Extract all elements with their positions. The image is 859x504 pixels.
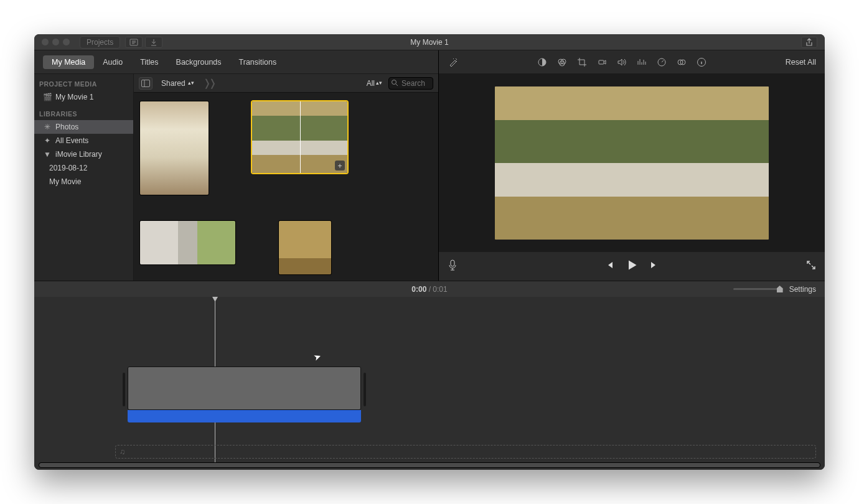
sidebar-item-label: All Events (55, 136, 88, 145)
media-thumbnail[interactable] (140, 221, 235, 264)
tab-titles[interactable]: Titles (131, 55, 167, 69)
share-button[interactable] (801, 37, 817, 48)
browser-body: PROJECT MEDIA 🎬 My Movie 1 LIBRARIES ✳︎ … (34, 74, 438, 281)
zoom-dot[interactable] (63, 39, 70, 45)
background-audio-lane[interactable]: ♫ (115, 445, 816, 459)
info-icon[interactable] (696, 57, 707, 68)
import-media-button[interactable] (125, 37, 143, 48)
source-dropdown[interactable]: Shared ▴▾ (157, 78, 198, 89)
clip-audio-lane[interactable] (128, 410, 361, 422)
clip-frame (303, 367, 360, 409)
media-browser: My Media Audio Titles Backgrounds Transi… (34, 50, 439, 281)
noise-reduction-icon[interactable] (636, 57, 647, 68)
toggle-sidebar-button[interactable] (139, 77, 153, 90)
prev-frame-button[interactable] (604, 260, 614, 273)
svg-rect-9 (599, 60, 604, 64)
tab-backgrounds[interactable]: Backgrounds (167, 55, 230, 69)
speed-icon[interactable] (656, 57, 667, 68)
svg-rect-1 (142, 80, 150, 86)
playback-bar (439, 252, 825, 281)
star-icon: ✦ (43, 136, 52, 145)
window-controls[interactable] (34, 39, 70, 45)
search-wrap (388, 77, 433, 90)
clip-filter-icon[interactable] (676, 57, 687, 68)
sidebar-item-event-date[interactable]: 2019-08-12 (34, 161, 133, 175)
updown-icon: ▴▾ (188, 81, 194, 85)
voiceover-button[interactable] (448, 259, 458, 274)
media-thumbnail-selected[interactable]: ＋ (252, 101, 347, 173)
browser-tabs: My Media Audio Titles Backgrounds Transi… (34, 50, 438, 74)
filter-label: All (367, 79, 375, 88)
sidebar-item-imovie-library[interactable]: ▼ iMovie Library (34, 147, 133, 161)
clip-trim-right[interactable] (364, 373, 366, 406)
add-to-timeline-button[interactable]: ＋ (335, 161, 345, 170)
tab-audio[interactable]: Audio (94, 55, 131, 69)
clip-frame (186, 367, 244, 409)
sidebar-item-project[interactable]: 🎬 My Movie 1 (34, 90, 133, 104)
timeline-header: 0:00 / 0:01 Settings (34, 281, 825, 297)
mouse-cursor: ➤ (312, 350, 323, 362)
play-button[interactable] (626, 259, 638, 274)
clip-frame (245, 367, 303, 409)
clip-trim-left[interactable] (123, 373, 125, 406)
window-title: My Movie 1 (410, 38, 448, 47)
svg-point-3 (392, 80, 397, 84)
media-thumbnail[interactable] (279, 221, 331, 274)
svg-line-4 (396, 84, 398, 86)
enhance-icon[interactable] (448, 57, 459, 68)
preview-frame (495, 86, 769, 240)
zoom-slider[interactable] (733, 288, 783, 290)
titlebar: Projects My Movie 1 (34, 34, 825, 50)
minimize-dot[interactable] (52, 39, 59, 45)
updown-icon: ▴▾ (376, 81, 382, 85)
settings-button[interactable]: Settings (789, 285, 816, 294)
timecode-total: 0:01 (433, 285, 447, 294)
download-button[interactable] (145, 37, 162, 48)
media-toolbar: Shared ▴▾ ❭ ❭ All ▴▾ (134, 74, 438, 93)
projects-button[interactable]: Projects (80, 36, 120, 49)
tab-transitions[interactable]: Transitions (230, 55, 286, 69)
sidebar-section-libraries: LIBRARIES (34, 104, 133, 120)
timecode-display: 0:00 / 0:01 (411, 285, 447, 294)
stabilization-icon[interactable] (596, 57, 608, 68)
sidebar-item-label: iMovie Library (55, 150, 102, 159)
toolbar-right: All ▴▾ (367, 77, 433, 90)
zoom-knob[interactable] (777, 286, 783, 292)
sidebar: PROJECT MEDIA 🎬 My Movie 1 LIBRARIES ✳︎ … (34, 74, 134, 281)
disclosure-triangle-icon[interactable]: ▼ (43, 150, 52, 159)
sidebar-item-label: My Movie (49, 177, 81, 186)
sidebar-item-my-movie[interactable]: My Movie (34, 175, 133, 189)
tab-my-media[interactable]: My Media (43, 55, 94, 69)
media-area: Shared ▴▾ ❭ ❭ All ▴▾ (134, 74, 438, 281)
sidebar-item-all-events[interactable]: ✦ All Events (34, 134, 133, 147)
sidebar-item-label: 2019-08-12 (49, 164, 87, 172)
filter-dropdown[interactable]: All ▴▾ (367, 79, 386, 88)
clapper-icon: 🎬 (43, 93, 52, 101)
viewer: Reset All (439, 50, 825, 281)
volume-icon[interactable] (616, 57, 627, 68)
timeline-clip[interactable] (128, 366, 361, 422)
color-correction-icon[interactable] (556, 57, 568, 68)
timeline-scrollbar[interactable] (39, 463, 820, 467)
viewer-toolbar: Reset All (439, 50, 825, 74)
app-window: Projects My Movie 1 My Media Audio Title… (34, 34, 825, 470)
close-dot[interactable] (42, 39, 49, 45)
clip-thumbnails (128, 366, 361, 410)
preview-area[interactable] (439, 74, 825, 252)
sidebar-item-photos[interactable]: ✳︎ Photos (34, 120, 133, 134)
skimmer-line (300, 101, 301, 173)
color-balance-icon[interactable] (537, 57, 548, 68)
thumbnail-grid[interactable]: ＋ (134, 93, 438, 281)
crop-icon[interactable] (576, 57, 588, 68)
timeline[interactable]: ➤ ♫ (34, 297, 825, 470)
media-thumbnail[interactable] (140, 101, 209, 195)
sidebar-item-label: My Movie 1 (55, 93, 93, 101)
photos-icon: ✳︎ (43, 123, 52, 131)
reset-all-button[interactable]: Reset All (786, 58, 816, 67)
svg-rect-14 (451, 260, 454, 266)
music-icon: ♫ (120, 447, 125, 456)
next-frame-button[interactable] (649, 260, 659, 273)
timecode-current: 0:00 (411, 285, 426, 294)
scrollbar-thumb[interactable] (39, 463, 820, 467)
fullscreen-button[interactable] (806, 260, 816, 273)
